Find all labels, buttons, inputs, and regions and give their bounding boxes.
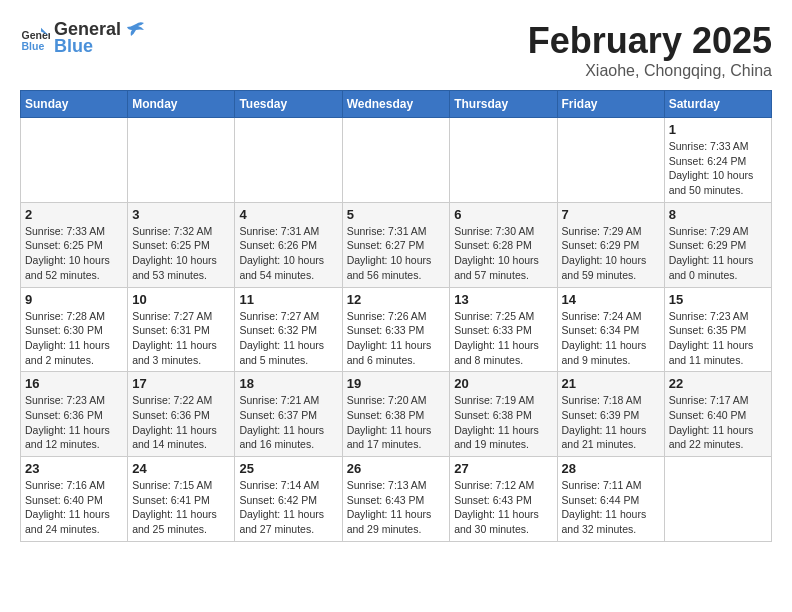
calendar-cell: 17Sunrise: 7:22 AM Sunset: 6:36 PM Dayli…	[128, 372, 235, 457]
calendar-subtitle: Xiaohe, Chongqing, China	[528, 62, 772, 80]
logo-bird-icon	[126, 20, 146, 40]
day-number: 7	[562, 207, 660, 222]
day-info: Sunrise: 7:13 AM Sunset: 6:43 PM Dayligh…	[347, 478, 446, 537]
day-info: Sunrise: 7:27 AM Sunset: 6:31 PM Dayligh…	[132, 309, 230, 368]
day-number: 1	[669, 122, 767, 137]
day-info: Sunrise: 7:31 AM Sunset: 6:27 PM Dayligh…	[347, 224, 446, 283]
day-info: Sunrise: 7:33 AM Sunset: 6:25 PM Dayligh…	[25, 224, 123, 283]
day-number: 4	[239, 207, 337, 222]
day-number: 24	[132, 461, 230, 476]
calendar-cell: 22Sunrise: 7:17 AM Sunset: 6:40 PM Dayli…	[664, 372, 771, 457]
calendar-cell	[21, 118, 128, 203]
day-info: Sunrise: 7:22 AM Sunset: 6:36 PM Dayligh…	[132, 393, 230, 452]
day-number: 8	[669, 207, 767, 222]
day-info: Sunrise: 7:23 AM Sunset: 6:36 PM Dayligh…	[25, 393, 123, 452]
day-info: Sunrise: 7:12 AM Sunset: 6:43 PM Dayligh…	[454, 478, 552, 537]
calendar-cell	[557, 118, 664, 203]
calendar-week-row: 2Sunrise: 7:33 AM Sunset: 6:25 PM Daylig…	[21, 202, 772, 287]
weekday-header-monday: Monday	[128, 91, 235, 118]
calendar-week-row: 16Sunrise: 7:23 AM Sunset: 6:36 PM Dayli…	[21, 372, 772, 457]
weekday-header-wednesday: Wednesday	[342, 91, 450, 118]
day-info: Sunrise: 7:20 AM Sunset: 6:38 PM Dayligh…	[347, 393, 446, 452]
calendar-cell: 25Sunrise: 7:14 AM Sunset: 6:42 PM Dayli…	[235, 457, 342, 542]
calendar-cell: 21Sunrise: 7:18 AM Sunset: 6:39 PM Dayli…	[557, 372, 664, 457]
day-number: 9	[25, 292, 123, 307]
day-number: 12	[347, 292, 446, 307]
logo: General Blue General Blue	[20, 20, 146, 57]
weekday-header-friday: Friday	[557, 91, 664, 118]
calendar-cell: 2Sunrise: 7:33 AM Sunset: 6:25 PM Daylig…	[21, 202, 128, 287]
svg-text:Blue: Blue	[22, 39, 45, 51]
calendar-week-row: 9Sunrise: 7:28 AM Sunset: 6:30 PM Daylig…	[21, 287, 772, 372]
day-number: 6	[454, 207, 552, 222]
calendar-cell: 26Sunrise: 7:13 AM Sunset: 6:43 PM Dayli…	[342, 457, 450, 542]
calendar-cell: 1Sunrise: 7:33 AM Sunset: 6:24 PM Daylig…	[664, 118, 771, 203]
title-block: February 2025 Xiaohe, Chongqing, China	[528, 20, 772, 80]
calendar-cell	[128, 118, 235, 203]
calendar-cell: 18Sunrise: 7:21 AM Sunset: 6:37 PM Dayli…	[235, 372, 342, 457]
day-info: Sunrise: 7:28 AM Sunset: 6:30 PM Dayligh…	[25, 309, 123, 368]
calendar-week-row: 23Sunrise: 7:16 AM Sunset: 6:40 PM Dayli…	[21, 457, 772, 542]
day-number: 15	[669, 292, 767, 307]
day-info: Sunrise: 7:15 AM Sunset: 6:41 PM Dayligh…	[132, 478, 230, 537]
calendar-cell	[342, 118, 450, 203]
page-header: General Blue General Blue February 2025 …	[20, 20, 772, 80]
calendar-cell: 24Sunrise: 7:15 AM Sunset: 6:41 PM Dayli…	[128, 457, 235, 542]
calendar-cell: 16Sunrise: 7:23 AM Sunset: 6:36 PM Dayli…	[21, 372, 128, 457]
weekday-header-row: SundayMondayTuesdayWednesdayThursdayFrid…	[21, 91, 772, 118]
day-number: 26	[347, 461, 446, 476]
day-number: 19	[347, 376, 446, 391]
calendar-cell: 27Sunrise: 7:12 AM Sunset: 6:43 PM Dayli…	[450, 457, 557, 542]
weekday-header-thursday: Thursday	[450, 91, 557, 118]
day-number: 21	[562, 376, 660, 391]
calendar-cell: 15Sunrise: 7:23 AM Sunset: 6:35 PM Dayli…	[664, 287, 771, 372]
day-info: Sunrise: 7:14 AM Sunset: 6:42 PM Dayligh…	[239, 478, 337, 537]
day-number: 5	[347, 207, 446, 222]
day-number: 10	[132, 292, 230, 307]
day-number: 18	[239, 376, 337, 391]
day-number: 3	[132, 207, 230, 222]
day-number: 23	[25, 461, 123, 476]
day-info: Sunrise: 7:24 AM Sunset: 6:34 PM Dayligh…	[562, 309, 660, 368]
calendar-cell: 5Sunrise: 7:31 AM Sunset: 6:27 PM Daylig…	[342, 202, 450, 287]
day-info: Sunrise: 7:18 AM Sunset: 6:39 PM Dayligh…	[562, 393, 660, 452]
day-number: 13	[454, 292, 552, 307]
calendar-cell: 8Sunrise: 7:29 AM Sunset: 6:29 PM Daylig…	[664, 202, 771, 287]
calendar-cell: 3Sunrise: 7:32 AM Sunset: 6:25 PM Daylig…	[128, 202, 235, 287]
weekday-header-saturday: Saturday	[664, 91, 771, 118]
day-number: 20	[454, 376, 552, 391]
calendar-cell: 14Sunrise: 7:24 AM Sunset: 6:34 PM Dayli…	[557, 287, 664, 372]
day-number: 14	[562, 292, 660, 307]
day-info: Sunrise: 7:30 AM Sunset: 6:28 PM Dayligh…	[454, 224, 552, 283]
calendar-cell: 23Sunrise: 7:16 AM Sunset: 6:40 PM Dayli…	[21, 457, 128, 542]
day-number: 28	[562, 461, 660, 476]
day-info: Sunrise: 7:31 AM Sunset: 6:26 PM Dayligh…	[239, 224, 337, 283]
calendar-cell: 6Sunrise: 7:30 AM Sunset: 6:28 PM Daylig…	[450, 202, 557, 287]
day-info: Sunrise: 7:33 AM Sunset: 6:24 PM Dayligh…	[669, 139, 767, 198]
calendar-cell: 10Sunrise: 7:27 AM Sunset: 6:31 PM Dayli…	[128, 287, 235, 372]
logo-icon: General Blue	[20, 24, 50, 54]
day-info: Sunrise: 7:26 AM Sunset: 6:33 PM Dayligh…	[347, 309, 446, 368]
calendar-cell: 20Sunrise: 7:19 AM Sunset: 6:38 PM Dayli…	[450, 372, 557, 457]
weekday-header-tuesday: Tuesday	[235, 91, 342, 118]
day-number: 17	[132, 376, 230, 391]
calendar-cell: 7Sunrise: 7:29 AM Sunset: 6:29 PM Daylig…	[557, 202, 664, 287]
calendar-cell: 28Sunrise: 7:11 AM Sunset: 6:44 PM Dayli…	[557, 457, 664, 542]
day-number: 2	[25, 207, 123, 222]
day-info: Sunrise: 7:25 AM Sunset: 6:33 PM Dayligh…	[454, 309, 552, 368]
day-info: Sunrise: 7:23 AM Sunset: 6:35 PM Dayligh…	[669, 309, 767, 368]
weekday-header-sunday: Sunday	[21, 91, 128, 118]
calendar-cell: 4Sunrise: 7:31 AM Sunset: 6:26 PM Daylig…	[235, 202, 342, 287]
day-info: Sunrise: 7:19 AM Sunset: 6:38 PM Dayligh…	[454, 393, 552, 452]
day-info: Sunrise: 7:27 AM Sunset: 6:32 PM Dayligh…	[239, 309, 337, 368]
calendar-cell: 13Sunrise: 7:25 AM Sunset: 6:33 PM Dayli…	[450, 287, 557, 372]
day-number: 25	[239, 461, 337, 476]
day-info: Sunrise: 7:17 AM Sunset: 6:40 PM Dayligh…	[669, 393, 767, 452]
calendar-cell: 12Sunrise: 7:26 AM Sunset: 6:33 PM Dayli…	[342, 287, 450, 372]
day-number: 16	[25, 376, 123, 391]
calendar-cell	[664, 457, 771, 542]
calendar-cell	[450, 118, 557, 203]
day-info: Sunrise: 7:29 AM Sunset: 6:29 PM Dayligh…	[669, 224, 767, 283]
day-number: 22	[669, 376, 767, 391]
calendar-week-row: 1Sunrise: 7:33 AM Sunset: 6:24 PM Daylig…	[21, 118, 772, 203]
